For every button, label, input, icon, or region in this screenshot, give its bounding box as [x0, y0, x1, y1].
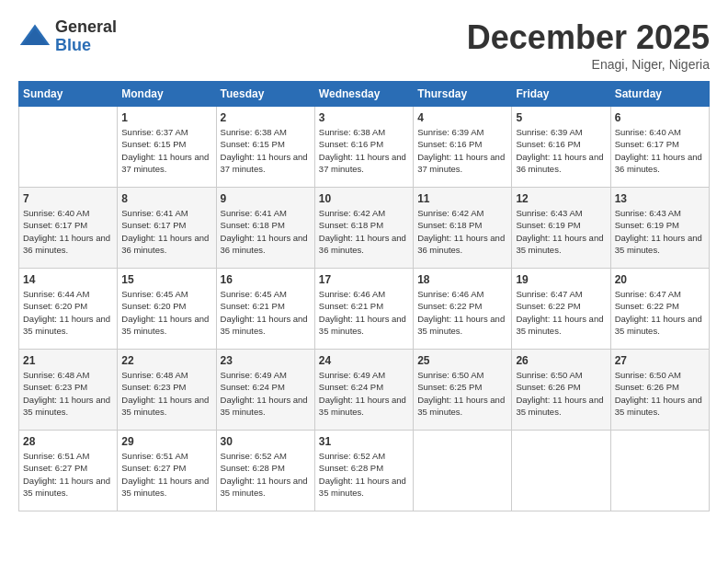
calendar-cell: 8Sunrise: 6:41 AM Sunset: 6:17 PM Daylig… [118, 188, 216, 269]
calendar-cell: 4Sunrise: 6:39 AM Sunset: 6:16 PM Daylig… [414, 107, 512, 188]
calendar-cell: 20Sunrise: 6:47 AM Sunset: 6:22 PM Dayli… [610, 269, 709, 350]
day-number: 10 [319, 192, 409, 205]
calendar-cell [610, 431, 709, 511]
calendar-week-row: 14Sunrise: 6:44 AM Sunset: 6:20 PM Dayli… [19, 269, 710, 350]
column-header-saturday: Saturday [610, 82, 709, 107]
day-info: Sunrise: 6:51 AM Sunset: 6:27 PM Dayligh… [23, 450, 113, 499]
column-header-tuesday: Tuesday [216, 82, 314, 107]
calendar-cell: 28Sunrise: 6:51 AM Sunset: 6:27 PM Dayli… [19, 431, 118, 511]
day-info: Sunrise: 6:47 AM Sunset: 6:22 PM Dayligh… [615, 288, 705, 337]
logo: General Blue [18, 18, 117, 55]
calendar-week-row: 1Sunrise: 6:37 AM Sunset: 6:15 PM Daylig… [19, 107, 710, 188]
calendar-week-row: 21Sunrise: 6:48 AM Sunset: 6:23 PM Dayli… [19, 350, 710, 431]
calendar-cell: 17Sunrise: 6:46 AM Sunset: 6:21 PM Dayli… [314, 269, 413, 350]
day-number: 20 [615, 273, 705, 286]
calendar-cell: 22Sunrise: 6:48 AM Sunset: 6:23 PM Dayli… [118, 350, 216, 431]
calendar-cell: 2Sunrise: 6:38 AM Sunset: 6:15 PM Daylig… [216, 107, 314, 188]
day-number: 13 [615, 192, 705, 205]
day-info: Sunrise: 6:43 AM Sunset: 6:19 PM Dayligh… [615, 207, 705, 256]
day-info: Sunrise: 6:49 AM Sunset: 6:24 PM Dayligh… [319, 369, 409, 418]
day-number: 17 [319, 273, 409, 286]
day-number: 30 [221, 435, 311, 448]
column-header-monday: Monday [118, 82, 216, 107]
day-info: Sunrise: 6:41 AM Sunset: 6:17 PM Dayligh… [121, 207, 211, 256]
day-number: 11 [417, 192, 507, 205]
day-info: Sunrise: 6:40 AM Sunset: 6:17 PM Dayligh… [23, 207, 113, 256]
day-number: 8 [121, 192, 211, 205]
day-number: 6 [615, 111, 705, 124]
day-info: Sunrise: 6:44 AM Sunset: 6:20 PM Dayligh… [23, 288, 113, 337]
calendar-table: SundayMondayTuesdayWednesdayThursdayFrid… [18, 81, 710, 511]
day-info: Sunrise: 6:40 AM Sunset: 6:17 PM Dayligh… [615, 126, 705, 175]
calendar-cell: 31Sunrise: 6:52 AM Sunset: 6:28 PM Dayli… [314, 431, 413, 511]
day-number: 25 [417, 354, 507, 367]
day-number: 28 [23, 435, 113, 448]
day-info: Sunrise: 6:46 AM Sunset: 6:21 PM Dayligh… [319, 288, 409, 337]
day-info: Sunrise: 6:48 AM Sunset: 6:23 PM Dayligh… [121, 369, 211, 418]
calendar-cell: 29Sunrise: 6:51 AM Sunset: 6:27 PM Dayli… [118, 431, 216, 511]
day-info: Sunrise: 6:37 AM Sunset: 6:15 PM Dayligh… [121, 126, 211, 175]
day-info: Sunrise: 6:48 AM Sunset: 6:23 PM Dayligh… [23, 369, 113, 418]
day-info: Sunrise: 6:50 AM Sunset: 6:26 PM Dayligh… [516, 369, 606, 418]
calendar-header-row: SundayMondayTuesdayWednesdayThursdayFrid… [19, 82, 710, 107]
day-info: Sunrise: 6:47 AM Sunset: 6:22 PM Dayligh… [516, 288, 606, 337]
calendar-cell: 19Sunrise: 6:47 AM Sunset: 6:22 PM Dayli… [512, 269, 610, 350]
calendar-cell: 21Sunrise: 6:48 AM Sunset: 6:23 PM Dayli… [19, 350, 118, 431]
calendar-cell: 25Sunrise: 6:50 AM Sunset: 6:25 PM Dayli… [414, 350, 512, 431]
title-block: December 2025 Enagi, Niger, Nigeria [467, 18, 710, 72]
calendar-cell: 30Sunrise: 6:52 AM Sunset: 6:28 PM Dayli… [216, 431, 314, 511]
calendar-cell: 26Sunrise: 6:50 AM Sunset: 6:26 PM Dayli… [512, 350, 610, 431]
calendar-cell: 3Sunrise: 6:38 AM Sunset: 6:16 PM Daylig… [314, 107, 413, 188]
calendar-cell: 5Sunrise: 6:39 AM Sunset: 6:16 PM Daylig… [512, 107, 610, 188]
day-number: 2 [221, 111, 311, 124]
day-number: 24 [319, 354, 409, 367]
calendar-cell: 11Sunrise: 6:42 AM Sunset: 6:18 PM Dayli… [414, 188, 512, 269]
day-info: Sunrise: 6:38 AM Sunset: 6:16 PM Dayligh… [319, 126, 409, 175]
day-info: Sunrise: 6:38 AM Sunset: 6:15 PM Dayligh… [221, 126, 311, 175]
column-header-wednesday: Wednesday [314, 82, 413, 107]
calendar-cell: 10Sunrise: 6:42 AM Sunset: 6:18 PM Dayli… [314, 188, 413, 269]
day-number: 5 [516, 111, 606, 124]
day-number: 3 [319, 111, 409, 124]
day-info: Sunrise: 6:42 AM Sunset: 6:18 PM Dayligh… [319, 207, 409, 256]
page-header: General Blue December 2025 Enagi, Niger,… [18, 18, 710, 72]
column-header-sunday: Sunday [19, 82, 118, 107]
day-number: 15 [121, 273, 211, 286]
calendar-cell: 23Sunrise: 6:49 AM Sunset: 6:24 PM Dayli… [216, 350, 314, 431]
column-header-friday: Friday [512, 82, 610, 107]
calendar-cell: 12Sunrise: 6:43 AM Sunset: 6:19 PM Dayli… [512, 188, 610, 269]
calendar-week-row: 28Sunrise: 6:51 AM Sunset: 6:27 PM Dayli… [19, 431, 710, 511]
day-info: Sunrise: 6:45 AM Sunset: 6:20 PM Dayligh… [121, 288, 211, 337]
calendar-cell [414, 431, 512, 511]
day-info: Sunrise: 6:43 AM Sunset: 6:19 PM Dayligh… [516, 207, 606, 256]
day-number: 31 [319, 435, 409, 448]
column-header-thursday: Thursday [414, 82, 512, 107]
day-number: 1 [121, 111, 211, 124]
day-number: 23 [221, 354, 311, 367]
day-number: 19 [516, 273, 606, 286]
calendar-cell: 16Sunrise: 6:45 AM Sunset: 6:21 PM Dayli… [216, 269, 314, 350]
day-number: 14 [23, 273, 113, 286]
day-number: 26 [516, 354, 606, 367]
day-number: 18 [417, 273, 507, 286]
calendar-cell: 9Sunrise: 6:41 AM Sunset: 6:18 PM Daylig… [216, 188, 314, 269]
calendar-cell: 13Sunrise: 6:43 AM Sunset: 6:19 PM Dayli… [610, 188, 709, 269]
calendar-cell: 15Sunrise: 6:45 AM Sunset: 6:20 PM Dayli… [118, 269, 216, 350]
day-number: 21 [23, 354, 113, 367]
day-info: Sunrise: 6:50 AM Sunset: 6:26 PM Dayligh… [615, 369, 705, 418]
day-info: Sunrise: 6:50 AM Sunset: 6:25 PM Dayligh… [417, 369, 507, 418]
calendar-week-row: 7Sunrise: 6:40 AM Sunset: 6:17 PM Daylig… [19, 188, 710, 269]
location: Enagi, Niger, Nigeria [467, 57, 710, 72]
day-number: 12 [516, 192, 606, 205]
day-info: Sunrise: 6:51 AM Sunset: 6:27 PM Dayligh… [121, 450, 211, 499]
day-info: Sunrise: 6:52 AM Sunset: 6:28 PM Dayligh… [319, 450, 409, 499]
day-info: Sunrise: 6:45 AM Sunset: 6:21 PM Dayligh… [221, 288, 311, 337]
logo-icon [18, 20, 51, 53]
logo-blue-text: Blue [55, 36, 91, 54]
calendar-cell: 14Sunrise: 6:44 AM Sunset: 6:20 PM Dayli… [19, 269, 118, 350]
day-number: 22 [121, 354, 211, 367]
logo-general-text: General [55, 17, 117, 36]
month-title: December 2025 [467, 18, 710, 57]
day-number: 29 [121, 435, 211, 448]
day-info: Sunrise: 6:41 AM Sunset: 6:18 PM Dayligh… [221, 207, 311, 256]
